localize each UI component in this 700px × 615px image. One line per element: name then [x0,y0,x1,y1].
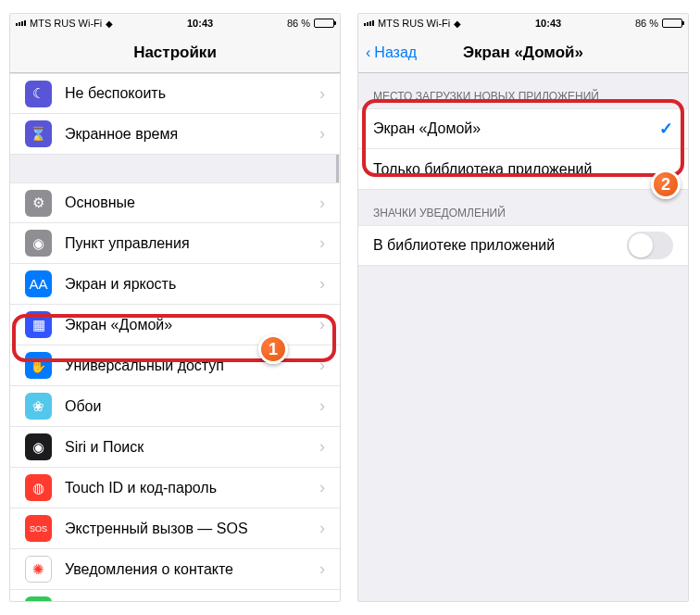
row-label: Touch ID и код-пароль [65,480,319,496]
chevron-right-icon: › [319,315,325,334]
clock: 10:43 [535,18,561,29]
tutorial-badge-2: 2 [651,169,681,199]
display-icon: AA [25,270,52,297]
toggle-label: В библиотеке приложений [373,237,627,254]
row-label: Уведомления о контакте [65,561,319,578]
settings-list[interactable]: ☾Не беспокоить›⌛Экранное время›⚙Основные… [10,73,340,601]
touchid-icon: ◍ [25,474,52,501]
chevron-left-icon: ‹ [366,44,370,61]
page-title: Экран «Домой» [463,44,583,62]
checkmark-icon: ✓ [659,119,673,139]
chevron-right-icon: › [319,559,325,579]
signal-icon [16,20,26,26]
sos-icon: SOS [25,515,52,542]
row-label: Экран и яркость [65,276,319,293]
option-label: Экран «Домой» [373,120,659,137]
chevron-right-icon: › [319,478,325,497]
navbar-homescreen: ‹ Назад Экран «Домой» [358,32,688,73]
control-icon: ◉ [25,230,52,257]
group-spacer [10,155,340,182]
chevron-right-icon: › [319,84,325,104]
chevron-right-icon: › [319,194,325,213]
toggle-row-library-badges[interactable]: В библиотеке приложений [358,225,688,266]
settings-row-exposure[interactable]: ✺Уведомления о контакте› [10,549,340,590]
option-label: Только библиотека приложений [373,161,673,178]
chevron-right-icon: › [319,437,325,457]
settings-row-siri[interactable]: ◉Siri и Поиск› [10,427,340,468]
chevron-right-icon: › [319,274,325,294]
chevron-right-icon: › [319,600,325,601]
row-label: Экранное время [65,126,319,143]
screentime-icon: ⌛ [25,120,52,147]
navbar-settings: Настройки [10,32,340,73]
dnd-icon: ☾ [25,81,52,107]
signal-icon [364,20,374,26]
settings-row-screentime[interactable]: ⌛Экранное время› [10,114,340,155]
battery-icon [662,19,682,28]
settings-row-display[interactable]: AAЭкран и яркость› [10,264,340,305]
carrier-label: MTS RUS Wi-Fi [378,18,450,29]
row-label: Экран «Домой» [65,317,319,333]
clock: 10:43 [187,18,213,29]
exposure-icon: ✺ [25,556,52,583]
settings-row-accessibility[interactable]: ✋Универсальный доступ› [10,345,340,386]
chevron-right-icon: › [319,233,325,253]
chevron-right-icon: › [319,519,325,538]
row-label: Основные [65,195,319,211]
battery-icon: ▮ [25,596,52,601]
siri-icon: ◉ [25,433,52,460]
section-header-download: МЕСТО ЗАГРУЗКИ НОВЫХ ПРИЛОЖЕНИЙ [358,73,688,108]
toggle-switch[interactable] [627,232,673,259]
chevron-right-icon: › [319,124,325,144]
chevron-right-icon: › [319,356,325,375]
row-label: Пункт управления [65,235,319,252]
back-button[interactable]: ‹ Назад [366,32,417,72]
row-label: Обои [65,398,319,415]
phone-right: MTS RUS Wi-Fi ◆ 10:43 86 % ‹ Назад Экран… [357,13,689,602]
settings-row-sos[interactable]: SOSЭкстренный вызов — SOS› [10,508,340,549]
statusbar: MTS RUS Wi-Fi ◆ 10:43 86 % [10,14,340,32]
page-title: Настройки [133,44,217,62]
back-label: Назад [374,44,417,61]
wifi-icon: ◆ [106,19,113,29]
settings-row-battery[interactable]: ▮Аккумулятор› [10,590,340,601]
settings-row-control[interactable]: ◉Пункт управления› [10,223,340,264]
home-icon: ▦ [25,311,52,338]
general-icon: ⚙ [25,190,52,217]
phone-left: MTS RUS Wi-Fi ◆ 10:43 86 % Настройки ☾Не… [9,13,341,602]
settings-row-dnd[interactable]: ☾Не беспокоить› [10,73,340,114]
row-label: Siri и Поиск [65,439,319,456]
wifi-icon: ◆ [454,19,461,29]
battery-percent: 86 % [287,18,310,29]
accessibility-icon: ✋ [25,352,52,379]
chevron-right-icon: › [319,396,325,416]
row-label: Не беспокоить [65,85,319,102]
settings-row-general[interactable]: ⚙Основные› [10,182,340,223]
settings-row-touchid[interactable]: ◍Touch ID и код-пароль› [10,468,340,508]
settings-row-wallpaper[interactable]: ❀Обои› [10,386,340,427]
battery-percent: 86 % [635,18,658,29]
wallpaper-icon: ❀ [25,393,52,420]
settings-row-home[interactable]: ▦Экран «Домой»› [10,305,340,345]
battery-icon [314,19,334,28]
carrier-label: MTS RUS Wi-Fi [30,18,102,29]
statusbar: MTS RUS Wi-Fi ◆ 10:43 86 % [358,14,688,32]
row-label: Экстренный вызов — SOS [65,521,319,537]
option-home-screen[interactable]: Экран «Домой» ✓ [358,108,688,149]
homescreen-settings: МЕСТО ЗАГРУЗКИ НОВЫХ ПРИЛОЖЕНИЙ Экран «Д… [358,73,688,601]
tutorial-badge-1: 1 [258,334,288,364]
section-header-badges: ЗНАЧКИ УВЕДОМЛЕНИЙ [358,190,688,225]
option-app-library[interactable]: Только библиотека приложений [358,149,688,190]
